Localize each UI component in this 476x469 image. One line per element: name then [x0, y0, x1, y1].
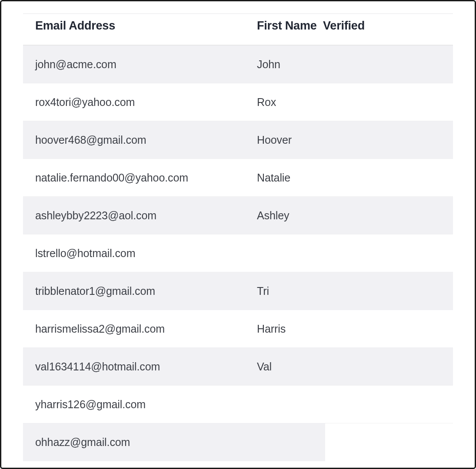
table-row[interactable]: yharris126@gmail.com: [23, 386, 453, 423]
column-header-email[interactable]: Email Address: [35, 19, 257, 33]
cell-first-name: Hoover: [257, 134, 323, 146]
cell-email: ohhazz@gmail.com: [35, 436, 257, 449]
table-row[interactable]: ohhazz@gmail.com: [23, 423, 325, 461]
cell-first-name: Rox: [257, 96, 323, 109]
cell-first-name: Tri: [257, 285, 323, 297]
cell-email: natalie.fernando00@yahoo.com: [35, 172, 257, 184]
cell-first-name: Val: [257, 360, 323, 373]
table-row[interactable]: hoover468@gmail.com Hoover: [23, 121, 453, 159]
table-body: john@acme.com John rox4tori@yahoo.com Ro…: [23, 46, 453, 461]
table-row[interactable]: natalie.fernando00@yahoo.com Natalie: [23, 159, 453, 197]
cell-first-name: Natalie: [257, 172, 323, 184]
cell-email: rox4tori@yahoo.com: [35, 96, 257, 109]
cell-email: harrismelissa2@gmail.com: [35, 323, 257, 335]
table-container: Email Address First Name Verified john@a…: [1, 1, 475, 466]
contacts-table: Email Address First Name Verified john@a…: [23, 13, 453, 461]
table-row[interactable]: john@acme.com John: [23, 46, 453, 83]
table-header-row: Email Address First Name Verified: [23, 13, 453, 46]
column-header-verified[interactable]: Verified: [323, 19, 379, 33]
cell-email: lstrello@hotmail.com: [35, 247, 257, 260]
cell-email: john@acme.com: [35, 58, 257, 71]
cell-email: hoover468@gmail.com: [35, 134, 257, 146]
cell-first-name: John: [257, 58, 323, 71]
table-row[interactable]: tribblenator1@gmail.com Tri: [23, 272, 453, 310]
cell-first-name: Ashley: [257, 209, 323, 222]
cell-first-name: Harris: [257, 323, 323, 335]
cell-email: val1634114@hotmail.com: [35, 360, 257, 373]
table-row[interactable]: val1634114@hotmail.com Val: [23, 348, 453, 386]
column-header-first-name[interactable]: First Name: [257, 19, 323, 33]
cell-email: ashleybby2223@aol.com: [35, 209, 257, 222]
cell-email: yharris126@gmail.com: [35, 398, 257, 411]
table-row[interactable]: rox4tori@yahoo.com Rox: [23, 83, 453, 121]
cell-email: tribblenator1@gmail.com: [35, 285, 257, 297]
table-row[interactable]: lstrello@hotmail.com: [23, 234, 453, 272]
table-row[interactable]: harrismelissa2@gmail.com Harris: [23, 310, 453, 348]
table-row[interactable]: ashleybby2223@aol.com Ashley: [23, 197, 453, 234]
